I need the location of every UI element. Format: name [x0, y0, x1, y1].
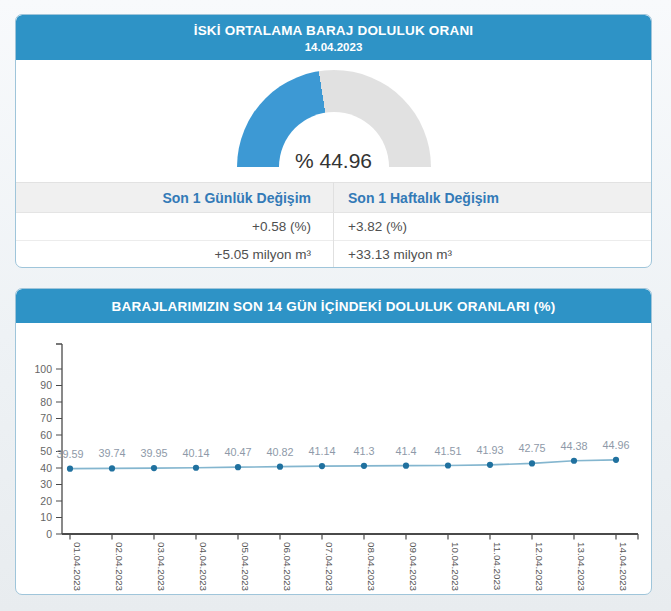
gauge: % 44.96: [237, 70, 431, 169]
data-label: 44.96: [602, 439, 629, 451]
data-label: 40.14: [182, 447, 209, 459]
y-tick-label: 20: [40, 495, 52, 507]
weekly-change-header: Son 1 Haftalık Değişim: [334, 183, 652, 213]
data-point[interactable]: [151, 465, 157, 471]
summary-card-title: İSKİ ORTALAMA BARAJ DOLULUK ORANI: [20, 22, 647, 39]
change-table-header-row: Son 1 Günlük Değişim Son 1 Haftalık Deği…: [16, 183, 651, 213]
y-tick-label: 10: [40, 511, 52, 523]
x-tick-label: 06.04.2023: [282, 542, 293, 592]
data-label: 39.95: [140, 447, 167, 459]
daily-volume-change: +5.05 milyon m³: [16, 241, 334, 269]
data-label: 39.59: [56, 448, 83, 460]
x-tick-label: 07.04.2023: [324, 542, 335, 592]
y-tick-label: 100: [34, 363, 52, 375]
y-tick-label: 40: [40, 462, 52, 474]
data-point[interactable]: [235, 464, 241, 470]
data-label: 44.38: [560, 440, 587, 452]
data-point[interactable]: [403, 463, 409, 469]
y-tick-label: 30: [40, 478, 52, 490]
percent-change-row: +0.58 (%) +3.82 (%): [16, 213, 651, 241]
data-point[interactable]: [529, 460, 535, 466]
weekly-percent-change: +3.82 (%): [334, 213, 652, 241]
data-label: 41.93: [476, 444, 503, 456]
x-tick-label: 08.04.2023: [366, 542, 377, 592]
x-tick-label: 09.04.2023: [408, 542, 419, 592]
gauge-value-label: % 44.96: [237, 149, 431, 173]
weekly-volume-change: +33.13 milyon m³: [334, 241, 652, 269]
data-point[interactable]: [67, 466, 73, 472]
data-label: 39.74: [98, 447, 125, 459]
line-chart-canvas[interactable]: 010203040506070809010001.04.202302.04.20…: [16, 324, 651, 595]
data-point[interactable]: [487, 462, 493, 468]
summary-card: İSKİ ORTALAMA BARAJ DOLULUK ORANI 14.04.…: [15, 14, 652, 268]
x-tick-label: 11.04.2023: [492, 542, 503, 591]
x-tick-label: 13.04.2023: [576, 542, 587, 592]
summary-card-date: 14.04.2023: [20, 40, 647, 54]
data-point[interactable]: [613, 457, 619, 463]
trend-card: BARAJLARIMIZIN SON 14 GÜN İÇİNDEKİ DOLUL…: [15, 288, 652, 595]
change-table: Son 1 Günlük Değişim Son 1 Haftalık Deği…: [16, 182, 651, 268]
x-tick-label: 03.04.2023: [156, 542, 167, 592]
data-point[interactable]: [319, 463, 325, 469]
x-tick-label: 02.04.2023: [114, 542, 125, 592]
x-tick-label: 14.04.2023: [618, 542, 629, 592]
daily-percent-change: +0.58 (%): [16, 213, 334, 241]
data-point[interactable]: [445, 462, 451, 468]
trend-card-title: BARAJLARIMIZIN SON 14 GÜN İÇİNDEKİ DOLUL…: [20, 298, 647, 315]
y-tick-label: 60: [40, 429, 52, 441]
chart-box: 010203040506070809010001.04.202302.04.20…: [16, 324, 651, 595]
volume-change-row: +5.05 milyon m³ +33.13 milyon m³: [16, 241, 651, 269]
data-point[interactable]: [277, 464, 283, 470]
data-label: 40.47: [224, 446, 251, 458]
data-point[interactable]: [109, 465, 115, 471]
data-point[interactable]: [361, 463, 367, 469]
data-label: 42.75: [518, 442, 545, 454]
data-label: 41.14: [308, 445, 335, 457]
y-tick-label: 0: [46, 528, 52, 540]
data-point[interactable]: [571, 458, 577, 464]
daily-change-header: Son 1 Günlük Değişim: [16, 183, 334, 213]
dashboard-page: İSKİ ORTALAMA BARAJ DOLULUK ORANI 14.04.…: [0, 0, 671, 611]
data-label: 41.4: [395, 445, 416, 457]
trend-card-header: BARAJLARIMIZIN SON 14 GÜN İÇİNDEKİ DOLUL…: [16, 289, 651, 323]
y-tick-label: 90: [40, 379, 52, 391]
y-tick-label: 80: [40, 396, 52, 408]
x-tick-label: 01.04.2023: [72, 542, 83, 592]
summary-card-header: İSKİ ORTALAMA BARAJ DOLULUK ORANI 14.04.…: [16, 15, 651, 60]
y-tick-label: 70: [40, 412, 52, 424]
x-tick-label: 05.04.2023: [240, 542, 251, 592]
x-tick-label: 10.04.2023: [450, 542, 461, 592]
x-tick-label: 12.04.2023: [534, 542, 545, 592]
y-tick-label: 50: [40, 445, 52, 457]
data-label: 41.3: [353, 445, 374, 457]
x-tick-label: 04.04.2023: [198, 542, 209, 592]
data-label: 41.51: [434, 445, 461, 457]
data-point[interactable]: [193, 465, 199, 471]
data-label: 40.82: [266, 446, 293, 458]
